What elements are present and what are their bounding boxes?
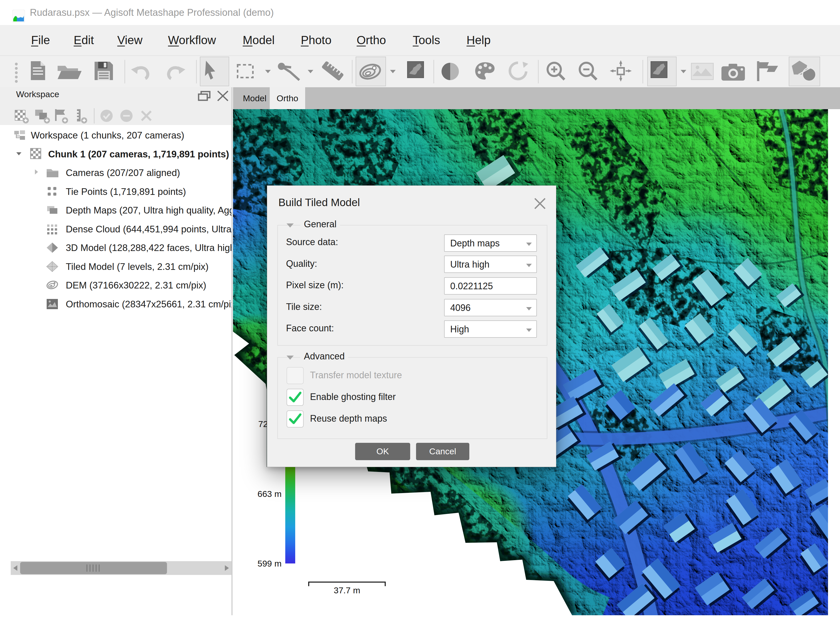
svg-text:37.7 m: 37.7 m [334, 585, 360, 595]
